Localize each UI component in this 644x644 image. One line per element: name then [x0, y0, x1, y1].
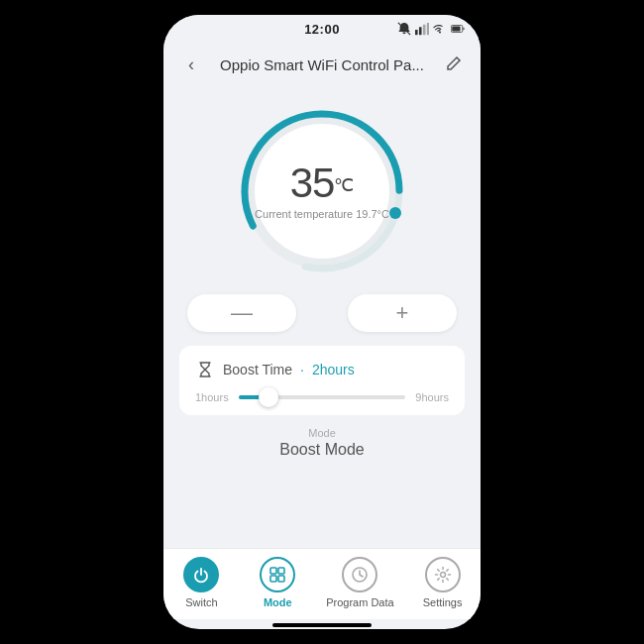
- edit-icon: [444, 55, 462, 73]
- nav-switch-label: Switch: [185, 596, 217, 608]
- mode-small-label: Mode: [308, 427, 336, 439]
- slider-max-label: 9hours: [413, 391, 449, 403]
- mode-large-label: Boost Mode: [279, 441, 364, 459]
- boost-value: 2hours: [312, 362, 355, 377]
- gear-icon: [434, 566, 452, 584]
- svg-rect-3: [423, 25, 426, 36]
- settings-icon-circle: [425, 557, 461, 592]
- back-button[interactable]: ‹: [179, 53, 203, 76]
- nav-mode[interactable]: Mode: [250, 557, 305, 608]
- thermostat-inner: 35℃ Current temperature 19.7°C: [255, 162, 389, 220]
- program-icon-circle: [342, 557, 377, 592]
- nav-program[interactable]: Program Data: [326, 557, 393, 608]
- svg-rect-16: [278, 576, 284, 582]
- page-title: Oppio Smart WiFi Control Pa...: [211, 56, 433, 73]
- svg-rect-2: [419, 27, 422, 35]
- nav-settings[interactable]: Settings: [415, 557, 471, 608]
- wifi-icon: [433, 22, 447, 36]
- nav-program-label: Program Data: [326, 596, 393, 608]
- svg-rect-14: [278, 568, 284, 574]
- set-temperature: 35: [290, 160, 335, 206]
- nav-switch[interactable]: Switch: [173, 557, 229, 608]
- signal-icon: [415, 22, 429, 36]
- nav-settings-label: Settings: [423, 596, 463, 608]
- svg-point-12: [389, 207, 401, 219]
- boost-card: Boost Time · 2hours 1hours 9hours: [179, 346, 465, 415]
- clock-icon: [351, 566, 369, 584]
- boost-header: Boost Time · 2hours: [195, 360, 449, 379]
- thermostat-ring[interactable]: 35℃ Current temperature 19.7°C: [233, 102, 411, 280]
- grid-icon: [268, 566, 286, 584]
- increase-button[interactable]: +: [348, 294, 457, 332]
- svg-rect-7: [452, 26, 460, 31]
- home-indicator: [272, 623, 372, 627]
- mute-icon: [397, 22, 411, 36]
- main-content: 35℃ Current temperature 19.7°C — +: [163, 86, 481, 548]
- nav-mode-label: Mode: [264, 596, 292, 608]
- slider-min-label: 1hours: [195, 391, 231, 403]
- temp-display: 35℃: [255, 162, 389, 204]
- back-icon: ‹: [188, 54, 194, 75]
- current-temperature: Current temperature 19.7°C: [255, 208, 389, 220]
- boost-slider-row: 1hours 9hours: [195, 391, 449, 403]
- bottom-nav: Switch Mode Program Data: [163, 548, 481, 619]
- slider-thumb[interactable]: [259, 387, 278, 407]
- app-header: ‹ Oppio Smart WiFi Control Pa...: [163, 43, 481, 86]
- svg-point-5: [439, 31, 441, 33]
- minus-icon: —: [231, 300, 253, 326]
- svg-rect-1: [415, 30, 418, 35]
- phone-frame: 12:00: [163, 15, 481, 629]
- temp-unit: ℃: [334, 175, 354, 195]
- mode-section: Mode Boost Mode: [163, 415, 481, 467]
- svg-rect-15: [270, 576, 276, 582]
- decrease-button[interactable]: —: [187, 294, 296, 332]
- svg-point-18: [440, 573, 445, 578]
- status-icons: [397, 22, 465, 36]
- battery-icon: [451, 22, 465, 36]
- plus-icon: +: [396, 300, 409, 326]
- mode-icon-circle: [260, 557, 295, 592]
- boost-dot: ·: [300, 362, 304, 377]
- temperature-controls: — +: [163, 280, 481, 346]
- power-icon: [192, 566, 210, 584]
- edit-button[interactable]: [441, 53, 465, 76]
- switch-icon-circle: [183, 557, 219, 592]
- thermostat-container: 35℃ Current temperature 19.7°C: [233, 86, 411, 280]
- boost-slider[interactable]: [239, 395, 405, 399]
- status-time: 12:00: [304, 22, 340, 37]
- status-bar: 12:00: [163, 15, 481, 43]
- boost-label: Boost Time: [223, 362, 292, 377]
- boost-timer-icon: [195, 360, 215, 379]
- svg-rect-4: [427, 23, 429, 35]
- svg-rect-13: [270, 568, 276, 574]
